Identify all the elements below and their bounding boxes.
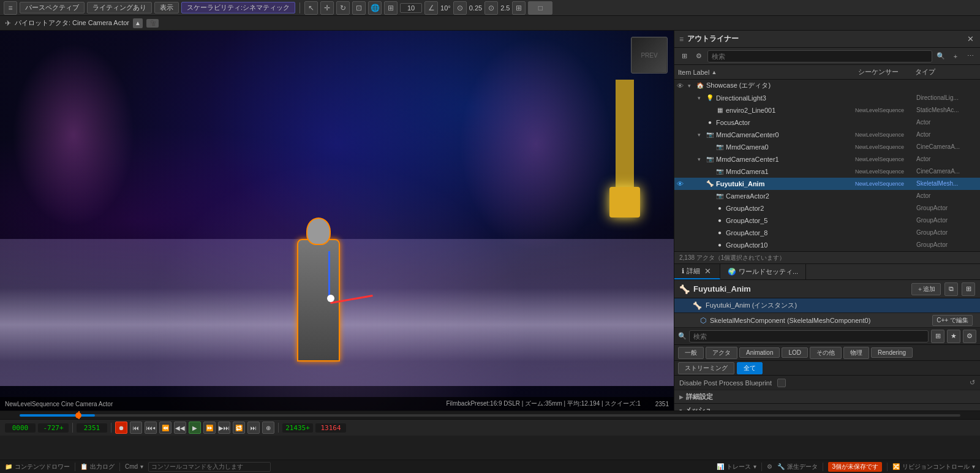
details-settings-btn[interactable]: ⚙ [963,330,976,343]
seq-step-back2-btn[interactable]: ◀◀ [174,422,186,434]
disable-postprocess-checkbox[interactable] [777,379,786,387]
outliner-more-btn[interactable]: ⋯ [964,50,976,62]
tree-row[interactable]: 📷 MmdCamera0 NewLevelSequence CineCamera… [674,141,980,153]
details-expand-btn[interactable]: ⊞ [962,282,975,296]
filter-lod[interactable]: LOD [782,347,808,358]
outliner-close-btn[interactable]: ✕ [965,34,975,44]
actor-icon: 📷 [705,154,715,164]
seq-loop-btn[interactable]: 🔁 [233,422,245,434]
tree-row[interactable]: ● FocusActor Actor [674,116,980,129]
col-item-sort[interactable]: ▲ [711,69,717,75]
seq-next-frame-btn[interactable]: ▶⏭ [218,422,230,434]
tree-row[interactable]: 📷 CameraActor2 Actor [674,190,980,202]
snap-icon[interactable]: ⊞ [384,1,398,15]
tree-row[interactable]: 👁 ▾ 🏠 Showcase (エディタ) [674,80,980,92]
outliner-search-btn[interactable]: 🔍 [935,50,947,62]
angle-snap-icon[interactable]: ∠ [424,1,438,15]
content-browser-btn[interactable]: 📁 コンテンツドロワー [5,463,70,471]
seq-skip-end-btn[interactable]: ⏭ [247,422,260,434]
prop-reset-btn[interactable]: ↺ [970,379,975,387]
tree-row[interactable]: ▾ 📷 MmdCameraCenter0 NewLevelSequence Ac… [674,129,980,141]
grid-value-input[interactable]: 10 [400,3,422,13]
viewport[interactable]: PREV NewLevelSequence Cine Camera Actor … [0,31,674,411]
tab-details[interactable]: ℹ 詳細 ✕ [674,264,720,279]
seq-record-btn[interactable]: ⏺ [115,422,127,434]
tree-row[interactable]: ● GroupActor10 GroupActor [674,239,980,251]
outliner-list[interactable]: 👁 ▾ 🏠 Showcase (エディタ) ▾ 💡 DirectionalLig… [674,80,980,251]
pilot-toggle-btn[interactable]: ▲ [133,18,143,28]
eye-icon: 👁 [677,82,687,89]
section-mesh-header[interactable]: ▾ メッシュ [674,404,980,411]
derive-data-btn[interactable]: 🔧 派生データ [777,463,818,471]
filter-streaming[interactable]: ストリーミング [678,362,734,374]
outliner-filter-btn[interactable]: ⊞ [678,50,690,62]
filter-all[interactable]: 全て [737,362,763,374]
section-detail-header[interactable]: ▶ 詳細設定 [674,390,980,404]
details-add-btn[interactable]: ＋追加 [911,283,941,295]
output-log-btn[interactable]: 📋 出力ログ [80,463,115,471]
disable-postprocess-row: Disable Post Process Blueprint ↺ [674,376,980,390]
mesh-component-row[interactable]: ⬡ SkeletalMeshComponent (SkeletalMeshCom… [674,313,980,328]
timecode-end[interactable]: 21435+ [282,423,313,433]
seq-playhead[interactable] [78,411,80,419]
timecode-alt[interactable]: 13164 [315,423,346,433]
globe-icon[interactable]: 🌐 [368,1,382,15]
filter-animation[interactable]: Animation [739,347,780,358]
outliner-search-input[interactable] [707,50,932,62]
filter-physics[interactable]: 物理 [843,347,869,359]
view-btn[interactable]: 表示 [154,2,179,13]
tree-row[interactable]: ● GroupActor2 GroupActor [674,202,980,214]
transform-icon[interactable]: ✛ [320,1,334,15]
rotate-icon[interactable]: ↻ [336,1,350,15]
filter-rendering[interactable]: Rendering [871,347,913,358]
filter-actor[interactable]: アクタ [706,347,737,359]
component-edit-btn[interactable]: C++ で編集 [932,315,973,326]
sequencer-timebar[interactable] [0,411,980,420]
tree-row[interactable]: ▦ enviro2_Line001 NewLevelSequence Stati… [674,104,980,116]
tree-row-selected[interactable]: 👁 🦴 Fuyutuki_Anim NewLevelSequence Skele… [674,178,980,190]
tree-row[interactable]: ● GroupActor_8 GroupActor [674,227,980,239]
details-grid-btn[interactable]: ⊞ [931,330,944,343]
scale2-icon[interactable]: ⊙ [484,1,498,15]
tab-world[interactable]: 🌍 ワールドセッティ... [720,264,806,279]
scale1-icon[interactable]: ⊙ [453,1,467,15]
seq-play-btn[interactable]: ▶ [189,422,201,434]
tree-row[interactable]: ▾ 📷 MmdCameraCenter1 NewLevelSequence Ac… [674,153,980,165]
filter-general[interactable]: 一般 [678,347,704,359]
select-icon[interactable]: ↖ [304,1,318,15]
seq-skip-start-btn[interactable]: ⏮ [130,422,142,434]
lighting-btn[interactable]: ライティングあり [87,2,152,13]
tree-row[interactable]: ▾ 💡 DirectionalLight3 DirectionalLig... [674,92,980,104]
source-btn[interactable]: ⚙ [767,463,772,470]
maximize-icon[interactable]: □ [528,1,552,15]
outliner-add-btn[interactable]: + [949,50,962,62]
revision-control-btn[interactable]: 🔀 リビジョンコントロール ▾ [892,463,975,471]
details-search-input[interactable] [689,330,929,342]
seq-step-back-btn[interactable]: ⏪ [159,422,172,434]
filter-other[interactable]: その他 [810,347,842,359]
timecode-offset[interactable]: -727+ [38,423,69,433]
actor-icon: 💡 [705,93,715,103]
menu-icon[interactable]: ≡ [4,1,17,15]
cmd-btn[interactable]: Cmd ▾ [125,463,143,470]
perspective-btn[interactable]: パースペクティブ [20,2,85,13]
details-tab-close[interactable]: ✕ [703,267,712,276]
unsaved-btn[interactable]: 3個が未保存です [828,462,882,472]
timecode-start[interactable]: 0000 [5,423,36,433]
seq-more-btn[interactable]: ⊕ [262,422,274,434]
tree-row[interactable]: ● GroupActor_5 GroupActor [674,214,980,227]
instance-component-row[interactable]: 🦴 Fuyutuki_Anim (インスタンス) [674,298,980,313]
details-copy-btn[interactable]: ⧉ [944,282,958,296]
tree-row[interactable]: 📷 MmdCamera1 NewLevelSequence CineCamera… [674,165,980,178]
seq-step-fwd-btn[interactable]: ⏩ [203,422,216,434]
layout-icon[interactable]: ⊞ [512,1,526,15]
scalability-btn[interactable]: スケーラビリティ:シネマティック [181,2,295,13]
seq-prev-frame-btn[interactable]: ⏮◀ [145,422,157,434]
grid-icon[interactable]: ⊡ [352,1,366,15]
outliner-settings-btn[interactable]: ⚙ [693,50,705,62]
trace-btn[interactable]: 📊 トレース ▾ [717,463,756,471]
timecode-current[interactable]: 2351 [77,423,107,433]
seq-sep2 [111,423,111,433]
details-star-btn[interactable]: ★ [947,330,960,343]
console-input[interactable] [148,462,271,472]
